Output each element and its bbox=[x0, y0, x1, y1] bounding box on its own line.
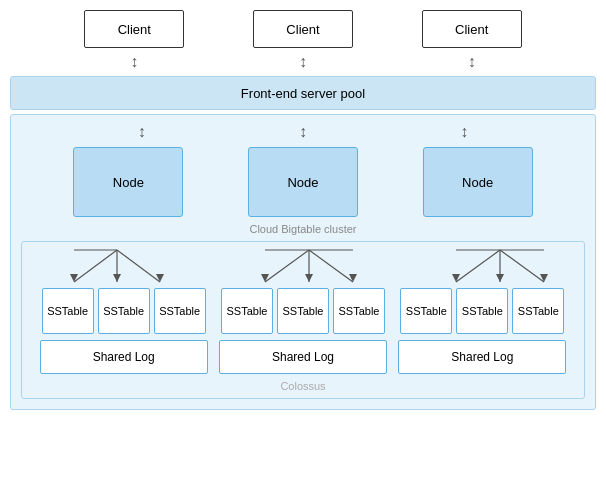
sstable-box-1-2: SSTable bbox=[98, 288, 150, 334]
cluster-label: Cloud Bigtable cluster bbox=[21, 223, 585, 235]
svg-marker-15 bbox=[261, 274, 269, 282]
arrow-node-3: ↕ bbox=[414, 124, 514, 140]
shared-log-1: Shared Log bbox=[40, 340, 208, 374]
node-label-1: Node bbox=[113, 175, 144, 190]
sstable-box-2-3: SSTable bbox=[333, 288, 385, 334]
connectors-svg bbox=[28, 250, 578, 288]
svg-line-8 bbox=[456, 250, 500, 282]
nodes-row: Node Node Node bbox=[21, 147, 585, 217]
node-arrows: ↕ ↕ ↕ bbox=[21, 121, 585, 143]
bigtable-cluster: ↕ ↕ ↕ Node Node Node Cloud Bigtable clus… bbox=[10, 114, 596, 410]
arrow-node-2: ↕ bbox=[253, 124, 353, 140]
svg-marker-18 bbox=[452, 274, 460, 282]
frontend-pool-label: Front-end server pool bbox=[241, 86, 365, 101]
colossus-label: Colossus bbox=[28, 380, 578, 392]
sstable-row-3: SSTable SSTable SSTable bbox=[400, 288, 564, 334]
svg-marker-17 bbox=[349, 274, 357, 282]
arrow-client-2: ↕ bbox=[253, 54, 353, 70]
node-box-2: Node bbox=[248, 147, 358, 217]
client-box-3: Client bbox=[422, 10, 522, 48]
arrow-client-3: ↕ bbox=[422, 54, 522, 70]
sstable-row-2: SSTable SSTable SSTable bbox=[221, 288, 385, 334]
node-label-2: Node bbox=[287, 175, 318, 190]
colossus-area: SSTable SSTable SSTable Shared Log bbox=[21, 241, 585, 399]
sstable-group-1: SSTable SSTable SSTable Shared Log bbox=[40, 288, 208, 374]
client-label-3: Client bbox=[455, 22, 488, 37]
sstable-groups: SSTable SSTable SSTable Shared Log bbox=[28, 288, 578, 374]
svg-line-6 bbox=[309, 250, 353, 282]
client-arrows: ↕ ↕ ↕ bbox=[10, 52, 596, 72]
svg-line-2 bbox=[117, 250, 160, 282]
svg-marker-14 bbox=[156, 274, 164, 282]
svg-marker-13 bbox=[113, 274, 121, 282]
client-label-1: Client bbox=[118, 22, 151, 37]
client-label-2: Client bbox=[286, 22, 319, 37]
svg-marker-16 bbox=[305, 274, 313, 282]
arrow-client-1: ↕ bbox=[84, 54, 184, 70]
sstable-box-3-2: SSTable bbox=[456, 288, 508, 334]
svg-line-4 bbox=[265, 250, 309, 282]
sstable-box-1-1: SSTable bbox=[42, 288, 94, 334]
sstable-group-2: SSTable SSTable SSTable Shared Log bbox=[219, 288, 387, 374]
sstable-box-3-3: SSTable bbox=[512, 288, 564, 334]
sstable-box-2-2: SSTable bbox=[277, 288, 329, 334]
clients-row: Client Client Client bbox=[10, 10, 596, 48]
sstable-box-3-1: SSTable bbox=[400, 288, 452, 334]
sstable-box-1-3: SSTable bbox=[154, 288, 206, 334]
node-box-3: Node bbox=[423, 147, 533, 217]
shared-log-2: Shared Log bbox=[219, 340, 387, 374]
svg-marker-12 bbox=[70, 274, 78, 282]
svg-marker-20 bbox=[540, 274, 548, 282]
sstable-group-3: SSTable SSTable SSTable Shared Log bbox=[398, 288, 566, 374]
svg-marker-19 bbox=[496, 274, 504, 282]
node-label-3: Node bbox=[462, 175, 493, 190]
frontend-pool: Front-end server pool bbox=[10, 76, 596, 110]
client-box-1: Client bbox=[84, 10, 184, 48]
sstable-row-1: SSTable SSTable SSTable bbox=[42, 288, 206, 334]
shared-log-3: Shared Log bbox=[398, 340, 566, 374]
diagram: Client Client Client ↕ ↕ ↕ Front-end ser… bbox=[0, 0, 606, 504]
node-box-1: Node bbox=[73, 147, 183, 217]
arrow-node-1: ↕ bbox=[92, 124, 192, 140]
svg-line-10 bbox=[500, 250, 544, 282]
client-box-2: Client bbox=[253, 10, 353, 48]
svg-line-0 bbox=[74, 250, 117, 282]
sstable-box-2-1: SSTable bbox=[221, 288, 273, 334]
